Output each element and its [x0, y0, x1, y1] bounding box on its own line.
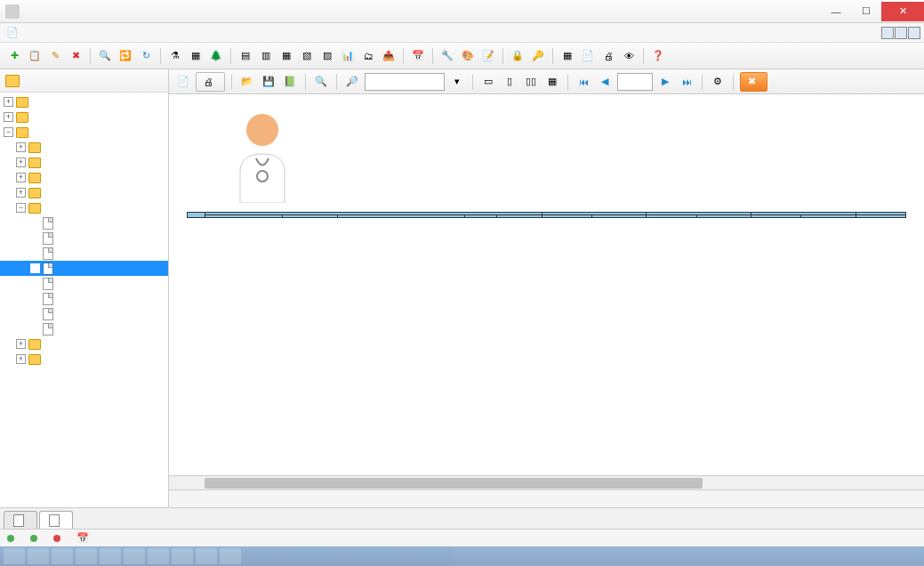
- grid4-icon[interactable]: ▧: [298, 47, 316, 65]
- last-page-icon[interactable]: ⏭: [678, 73, 695, 91]
- horizontal-scrollbar[interactable]: [169, 475, 924, 489]
- add-icon[interactable]: ✚: [5, 47, 23, 65]
- fit-width-icon[interactable]: ▭: [479, 73, 497, 91]
- report-table: [187, 212, 906, 218]
- settings-icon[interactable]: ⚙: [709, 73, 727, 91]
- mdi-minimize-icon[interactable]: [881, 27, 894, 39]
- export-icon[interactable]: 📤: [380, 47, 398, 65]
- pivot-icon[interactable]: 🗂: [359, 47, 377, 65]
- sidebar-header: [0, 69, 168, 93]
- report-area: [169, 94, 924, 475]
- tree-expense[interactable]: [0, 306, 168, 321]
- tree-refs[interactable]: +: [0, 109, 168, 125]
- lock-icon[interactable]: 🔒: [509, 47, 526, 65]
- report-doc-icon[interactable]: 📄: [174, 73, 192, 91]
- tree-medicine[interactable]: +: [0, 155, 168, 170]
- grid1-icon[interactable]: ▤: [237, 47, 254, 65]
- close-button[interactable]: ✕: [881, 2, 924, 21]
- tree: + + − + + + + − + +: [0, 93, 168, 507]
- app-icon: [5, 4, 20, 19]
- svg-point-0: [246, 114, 278, 146]
- tree-employees[interactable]: +: [0, 336, 168, 352]
- tree-popularity[interactable]: [0, 276, 168, 291]
- chart-icon[interactable]: 📊: [339, 47, 357, 65]
- tree-stale[interactable]: [0, 230, 168, 246]
- tree-remainder-money[interactable]: [0, 261, 168, 276]
- app-menu-icon[interactable]: 📄: [4, 24, 21, 42]
- sidebar: + + − + + + + − + +: [0, 69, 169, 507]
- next-page-icon[interactable]: ▶: [656, 73, 674, 91]
- folder-icon: [5, 75, 20, 87]
- tree-forecast[interactable]: [0, 291, 168, 306]
- content: 📄 🖨 📂 💾 📗 🔍 🔎 ▾ ▭ ▯ ▯▯ ▦ ⏮ ◀ ▶ ⏭ ⚙: [169, 69, 924, 507]
- zoom-drop-icon[interactable]: ▾: [448, 73, 466, 91]
- mdi-restore-icon[interactable]: [895, 27, 907, 39]
- tree-remainder[interactable]: [0, 246, 168, 261]
- menu-help[interactable]: [87, 31, 101, 35]
- palette-icon[interactable]: 🎨: [459, 47, 477, 65]
- open-icon[interactable]: 📂: [238, 73, 256, 91]
- page-icon[interactable]: 📄: [579, 47, 597, 65]
- find-icon[interactable]: 🔍: [312, 73, 330, 91]
- tree-modules[interactable]: +: [0, 94, 168, 109]
- preview-icon[interactable]: 👁: [620, 47, 638, 65]
- close-report-button[interactable]: ✖: [740, 72, 767, 92]
- grid3-icon[interactable]: ▦: [277, 47, 295, 65]
- grid5-icon[interactable]: ▨: [318, 47, 336, 65]
- tab-record[interactable]: [4, 511, 37, 529]
- page-input[interactable]: [617, 73, 653, 91]
- refresh-icon[interactable]: ↻: [137, 47, 155, 65]
- tab-report[interactable]: [39, 511, 73, 529]
- zoom-in-icon[interactable]: 🔎: [343, 73, 361, 91]
- tree-ending[interactable]: [0, 215, 168, 230]
- tree-icon[interactable]: 🌲: [207, 47, 225, 65]
- tree-rating[interactable]: [0, 321, 168, 336]
- delete-icon[interactable]: ✖: [67, 47, 84, 65]
- copy-icon[interactable]: 📋: [26, 47, 44, 65]
- maximize-button[interactable]: ☐: [851, 2, 881, 21]
- fit-page3-icon[interactable]: ▦: [543, 73, 561, 91]
- template-icon[interactable]: 📝: [479, 47, 497, 65]
- menu-window[interactable]: [71, 31, 85, 35]
- fit-page2-icon[interactable]: ▯▯: [522, 73, 540, 91]
- page-status: [169, 489, 924, 507]
- filter-icon[interactable]: ⚗: [166, 47, 184, 65]
- grid2-icon[interactable]: ▥: [257, 47, 275, 65]
- table-icon[interactable]: ▦: [558, 47, 576, 65]
- tree-mailing[interactable]: +: [0, 185, 168, 200]
- minimize-button[interactable]: —: [821, 2, 851, 21]
- mdi-controls: [881, 27, 920, 39]
- fit-page1-icon[interactable]: ▯: [501, 73, 518, 91]
- titlebar: — ☐ ✕: [0, 0, 924, 23]
- tree-services[interactable]: +: [0, 352, 168, 367]
- prev-page-icon[interactable]: ◀: [596, 73, 614, 91]
- search-icon[interactable]: 🔍: [96, 47, 114, 65]
- menu-commands[interactable]: [55, 31, 69, 35]
- doc-icon: [13, 514, 24, 527]
- mdi-close-icon[interactable]: [908, 27, 920, 39]
- doctor-icon: [222, 105, 302, 203]
- close-x-icon: ✖: [748, 76, 756, 87]
- menu-database[interactable]: [39, 31, 53, 35]
- status-bar: 📅: [0, 529, 924, 546]
- print-button[interactable]: 🖨: [196, 72, 225, 92]
- tree-money[interactable]: +: [0, 140, 168, 155]
- tab-bar: [0, 507, 924, 529]
- export-xls-icon[interactable]: 📗: [281, 73, 299, 91]
- menu-program[interactable]: [23, 31, 37, 35]
- save-icon[interactable]: 💾: [260, 73, 277, 91]
- replace-icon[interactable]: 🔁: [117, 47, 134, 65]
- zoom-input[interactable]: [365, 73, 445, 91]
- tree-reports[interactable]: −: [0, 125, 168, 140]
- calendar-icon[interactable]: 📅: [409, 47, 427, 65]
- first-page-icon[interactable]: ⏮: [574, 73, 592, 91]
- key-icon[interactable]: 🔑: [529, 47, 547, 65]
- columns-icon[interactable]: ▦: [187, 47, 205, 65]
- edit-icon[interactable]: ✎: [46, 47, 64, 65]
- tree-patients[interactable]: +: [0, 170, 168, 185]
- tools-icon[interactable]: 🔧: [438, 47, 456, 65]
- taskbar: [0, 546, 924, 566]
- print-icon[interactable]: 🖨: [599, 47, 617, 65]
- tree-stock[interactable]: −: [0, 200, 168, 215]
- help-icon[interactable]: ❓: [649, 47, 667, 65]
